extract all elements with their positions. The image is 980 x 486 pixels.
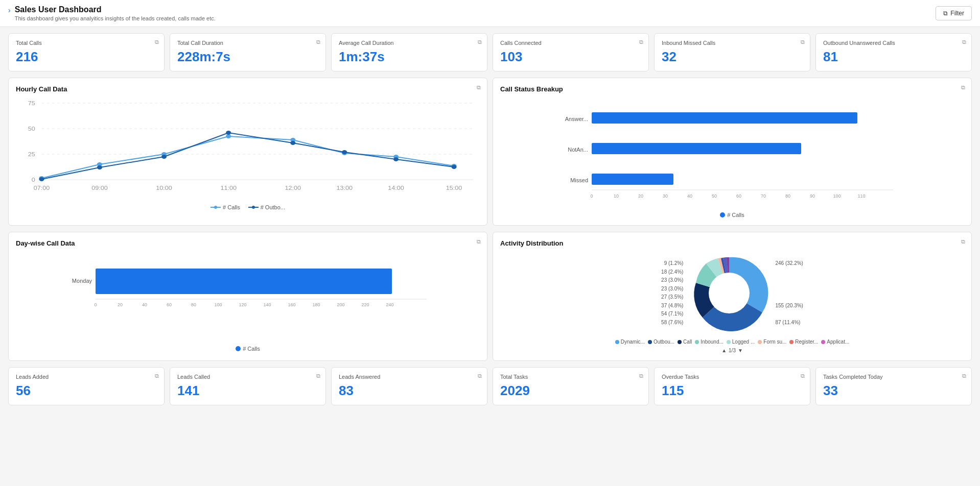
legend-register-dot [789, 340, 794, 344]
top-metrics-row: Total Calls 216 ⧉ Total Call Duration 22… [8, 33, 972, 71]
svg-text:120: 120 [239, 302, 246, 307]
svg-text:20: 20 [118, 302, 123, 307]
svg-text:12:00: 12:00 [285, 185, 301, 191]
donut-container: 9 (1.2%) 18 (2.4%) 23 (3.0%) 23 (3.0%) 2… [500, 252, 964, 334]
svg-text:15:00: 15:00 [446, 185, 462, 191]
header-left: › Sales User Dashboard This dashboard gi… [8, 5, 216, 21]
svg-text:14:00: 14:00 [388, 185, 404, 191]
bottom-metric-overdue-tasks: Overdue Tasks 115 ⧉ [654, 367, 810, 405]
svg-text:20: 20 [638, 193, 643, 199]
svg-text:80: 80 [191, 302, 196, 307]
legend-logged: Logged ... [727, 339, 755, 345]
line-chart-svg: 75 50 25 0 [16, 98, 480, 200]
svg-point-17 [97, 165, 102, 169]
pagination-down-icon[interactable]: ▼ [738, 348, 743, 353]
hourly-chart-area: 75 50 25 0 [16, 98, 480, 200]
svg-point-19 [226, 131, 231, 135]
svg-text:100: 100 [833, 193, 841, 199]
metric-value-leads-called: 141 [177, 383, 318, 399]
hourly-chart-legend: # Calls # Outbo... [16, 204, 480, 210]
legend-calls-status: # Calls [720, 212, 744, 218]
top-metric-outbound-unanswered: Outbound Unanswered Calls 81 ⧉ [815, 33, 972, 71]
legend-dynamic-dot [615, 340, 619, 344]
metric-export-avg-call-duration[interactable]: ⧉ [478, 39, 482, 45]
metric-export-outbound-unanswered[interactable]: ⧉ [962, 39, 966, 45]
svg-rect-40 [592, 143, 801, 154]
call-status-legend: # Calls [500, 212, 964, 218]
legend-outbound-act-label: Outbou... [654, 339, 674, 345]
metric-export-leads-called[interactable]: ⧉ [316, 373, 320, 379]
svg-point-22 [393, 157, 399, 161]
nav-arrow-icon[interactable]: › [8, 6, 11, 14]
metric-export-total-tasks[interactable]: ⧉ [639, 373, 643, 379]
svg-text:30: 30 [663, 193, 668, 199]
svg-text:0: 0 [590, 193, 593, 199]
metric-value-outbound-unanswered: 81 [823, 49, 964, 65]
charts-row-2: Day-wise Call Data ⧉ Monday 0 20 40 60 8… [8, 232, 972, 361]
svg-text:Monday: Monday [72, 278, 92, 284]
svg-text:50: 50 [712, 193, 717, 199]
bottom-metric-leads-added: Leads Added 56 ⧉ [8, 367, 165, 405]
svg-text:10:00: 10:00 [156, 185, 172, 191]
hourly-chart-title: Hourly Call Data [16, 85, 480, 93]
metric-export-total-call-duration[interactable]: ⧉ [316, 39, 320, 45]
call-status-export-icon[interactable]: ⧉ [961, 84, 965, 91]
legend-outbound-label: # Outbo... [261, 204, 285, 210]
metric-export-leads-answered[interactable]: ⧉ [478, 373, 482, 379]
legend-calls: # Calls [211, 204, 240, 210]
donut-pagination: ▲ 1/3 ▼ [500, 348, 964, 353]
metric-value-total-call-duration: 228m:7s [177, 49, 318, 65]
svg-text:09:00: 09:00 [91, 185, 108, 191]
metric-label-calls-connected: Calls Connected [500, 40, 641, 46]
legend-dynamic: Dynamic... [615, 339, 645, 345]
activity-chart-export-icon[interactable]: ⧉ [961, 238, 965, 245]
metric-export-calls-connected[interactable]: ⧉ [639, 39, 643, 45]
daywise-chart-export-icon[interactable]: ⧉ [477, 238, 481, 245]
main-content: Total Calls 216 ⧉ Total Call Duration 22… [0, 27, 980, 411]
legend-calls-day-dot [236, 346, 241, 351]
top-metric-total-call-duration: Total Call Duration 228m:7s ⧉ [170, 33, 326, 71]
metric-export-inbound-missed[interactable]: ⧉ [801, 39, 805, 45]
daywise-legend: # Calls [16, 346, 480, 352]
metric-export-tasks-completed[interactable]: ⧉ [962, 373, 966, 379]
header-text: Sales User Dashboard This dashboard give… [15, 5, 216, 21]
pagination-up-icon[interactable]: ▲ [721, 348, 727, 353]
svg-point-16 [39, 177, 44, 181]
metric-label-leads-answered: Leads Answered [339, 374, 480, 380]
svg-text:110: 110 [857, 193, 865, 199]
donut-label-left-1: 9 (1.2%) [661, 259, 683, 268]
activity-chart-title: Activity Distribution [500, 239, 964, 247]
svg-text:13:00: 13:00 [336, 185, 353, 191]
svg-text:Answer...: Answer... [565, 116, 588, 122]
metric-label-tasks-completed: Tasks Completed Today [823, 374, 964, 380]
svg-text:160: 160 [288, 302, 295, 307]
metric-export-leads-added[interactable]: ⧉ [155, 373, 159, 379]
legend-logged-label: Logged ... [732, 339, 755, 345]
legend-form: Form su... [758, 339, 786, 345]
legend-calls-status-label: # Calls [727, 212, 744, 218]
top-metric-avg-call-duration: Average Call Duration 1m:37s ⧉ [331, 33, 487, 71]
donut-labels-right: 246 (32.2%) – – – – 155 (20.3%) – 87 (11… [775, 259, 803, 327]
top-metric-inbound-missed: Inbound Missed Calls 32 ⧉ [654, 33, 810, 71]
filter-button[interactable]: ⧉ Filter [936, 6, 972, 20]
bottom-metric-total-tasks: Total Tasks 2029 ⧉ [493, 367, 649, 405]
metric-label-overdue-tasks: Overdue Tasks [662, 374, 803, 380]
metric-label-total-call-duration: Total Call Duration [177, 40, 318, 46]
legend-calls-label: # Calls [223, 204, 240, 210]
header: › Sales User Dashboard This dashboard gi… [0, 0, 980, 27]
metric-export-overdue-tasks[interactable]: ⧉ [801, 373, 805, 379]
svg-point-18 [161, 155, 167, 159]
svg-text:0: 0 [32, 177, 35, 183]
svg-text:80: 80 [785, 193, 790, 199]
legend-form-label: Form su... [763, 339, 786, 345]
legend-form-dot [758, 340, 762, 344]
call-status-chart: Call Status Breakup ⧉ Answer... NotAn...… [493, 78, 972, 226]
page-title: Sales User Dashboard [15, 5, 216, 14]
metric-export-total-calls[interactable]: ⧉ [155, 39, 159, 45]
svg-text:60: 60 [167, 302, 172, 307]
daywise-call-chart: Day-wise Call Data ⧉ Monday 0 20 40 60 8… [8, 232, 487, 361]
legend-outbound-act-dot [648, 340, 652, 344]
metric-label-total-calls: Total Calls [16, 40, 157, 46]
hourly-chart-export-icon[interactable]: ⧉ [477, 84, 481, 91]
svg-point-35 [252, 206, 255, 209]
